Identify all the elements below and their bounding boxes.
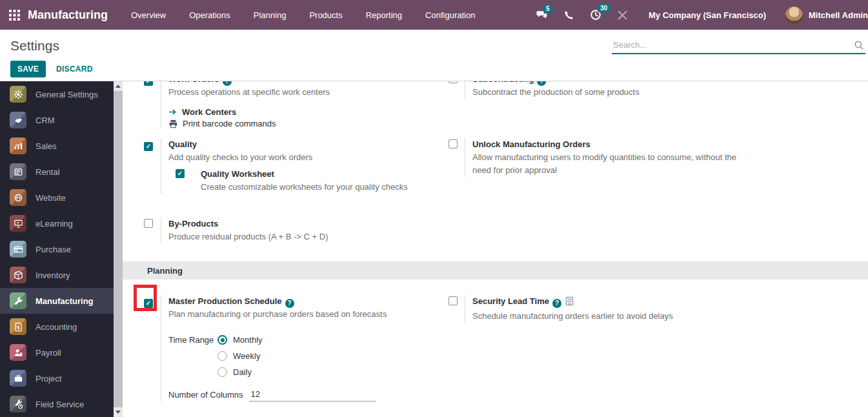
box-icon xyxy=(10,267,26,283)
sidebar-item-label: Rental xyxy=(35,167,60,177)
check-icon: ✓ xyxy=(146,81,151,85)
sidebar-item-label: Website xyxy=(35,193,66,203)
tools-button[interactable] xyxy=(617,10,628,21)
unlock-checkbox[interactable] xyxy=(449,139,458,148)
print-barcode-commands-link[interactable]: Print barcode commands xyxy=(168,119,330,128)
setting-title: Security Lead Time? xyxy=(472,295,673,310)
quality-checkbox[interactable]: ✓ xyxy=(144,142,153,151)
activities-button[interactable]: 30 xyxy=(590,9,601,21)
phone-icon xyxy=(563,10,574,21)
search-icon[interactable] xyxy=(854,40,864,53)
setting-title: Quality xyxy=(168,138,408,151)
settings-content: ✓ Work Orders? Process operations at spe… xyxy=(123,81,868,417)
apps-menu-button[interactable] xyxy=(9,10,20,21)
discard-button[interactable]: DISCARD xyxy=(56,65,93,74)
scrollbar-thumb[interactable] xyxy=(114,91,123,407)
sidebar-item-general-settings[interactable]: General Settings xyxy=(0,81,114,107)
nav-item-reporting[interactable]: Reporting xyxy=(366,10,402,20)
sidebar-item-label: Manufacturing xyxy=(35,296,94,306)
sidebar-item-website[interactable]: Website xyxy=(0,185,114,210)
manufacturing-settings-window: Manufacturing Overview Operations Planni… xyxy=(0,0,868,417)
sidebar-item-label: Payroll xyxy=(35,348,61,358)
messages-button[interactable]: 5 xyxy=(536,10,548,21)
number-of-columns-input[interactable]: 12 xyxy=(249,388,376,402)
check-icon: ✓ xyxy=(146,143,151,150)
search-input[interactable] xyxy=(612,36,865,53)
security-lead-time-checkbox[interactable] xyxy=(449,296,458,305)
help-icon[interactable]: ? xyxy=(285,299,294,308)
sidebar-item-elearning[interactable]: eLearning xyxy=(0,210,114,236)
by-products-checkbox[interactable] xyxy=(144,219,153,228)
sidebar-item-purchase[interactable]: Purchase xyxy=(0,236,114,262)
settings-header: Settings SAVE DISCARD xyxy=(0,30,868,81)
radio-icon[interactable] xyxy=(217,351,227,361)
radio-selected-icon[interactable] xyxy=(217,335,227,345)
app-brand[interactable]: Manufacturing xyxy=(28,8,108,22)
quality-worksheet-checkbox[interactable]: ✓ xyxy=(176,169,185,178)
navbar-systray: 5 30 My Company (San Francisco) Mitchell… xyxy=(536,6,868,24)
nav-item-configuration[interactable]: Configuration xyxy=(425,10,475,20)
messages-count-badge: 5 xyxy=(543,5,553,14)
planning-section-header: Planning xyxy=(123,261,868,280)
search-box xyxy=(612,36,865,54)
user-avatar[interactable] xyxy=(785,6,803,24)
nav-item-operations[interactable]: Operations xyxy=(189,10,230,20)
setting-title: Work Orders? xyxy=(168,81,330,86)
master-production-schedule-checkbox[interactable]: ✓ xyxy=(144,299,153,308)
setting-master-production-schedule: ✓ Master Production Schedule? Plan manuf… xyxy=(123,295,442,402)
help-icon[interactable]: ? xyxy=(537,81,546,86)
user-menu[interactable]: Mitchell Admin xyxy=(785,6,868,24)
radio-icon[interactable] xyxy=(217,367,227,377)
check-icon: ✓ xyxy=(177,170,183,177)
company-building-icon xyxy=(565,298,574,308)
main-menu: Overview Operations Planning Products Re… xyxy=(131,10,475,20)
number-of-columns-group: Number of Columns 12 xyxy=(168,388,387,402)
nav-item-planning[interactable]: Planning xyxy=(254,10,287,20)
sidebar-item-inventory[interactable]: Inventory xyxy=(0,262,114,288)
sidebar-item-label: eLearning xyxy=(35,219,73,229)
time-range-option-weekly[interactable]: Weekly xyxy=(217,348,263,364)
time-range-option-monthly[interactable]: Monthly xyxy=(217,332,263,348)
save-button[interactable]: SAVE xyxy=(10,61,46,77)
setting-work-orders: ✓ Work Orders? Process operations at spe… xyxy=(123,81,442,128)
sidebar-item-rental[interactable]: Rental xyxy=(0,159,114,185)
scroll-up-button[interactable] xyxy=(114,81,123,91)
scroll-down-button[interactable] xyxy=(114,407,123,417)
sidebar-item-accounting[interactable]: $ Accounting xyxy=(0,314,114,340)
sidebar-item-crm[interactable]: CRM xyxy=(0,107,114,133)
user-name: Mitchell Admin xyxy=(809,10,868,20)
sidebar-item-payroll[interactable]: Payroll xyxy=(0,340,114,365)
printer-icon xyxy=(168,119,178,128)
time-range-label: Time Range xyxy=(168,332,217,380)
sidebar-item-label: Sales xyxy=(35,141,57,151)
setting-description: Subcontract the production of some produ… xyxy=(472,86,640,99)
sidebar-item-label: Purchase xyxy=(35,245,71,254)
setting-title: By-Products xyxy=(168,218,328,230)
credit-card-icon xyxy=(10,241,26,258)
help-icon[interactable]: ? xyxy=(552,299,561,308)
phone-button[interactable] xyxy=(563,10,574,21)
sidebar-item-label: Accounting xyxy=(35,322,77,332)
nav-item-overview[interactable]: Overview xyxy=(131,10,166,20)
sidebar-item-field-service[interactable]: Field Service xyxy=(0,391,114,417)
sidebar-item-project[interactable]: Project xyxy=(0,365,114,391)
work-centers-link[interactable]: Work Centers xyxy=(168,107,330,117)
work-orders-checkbox[interactable]: ✓ xyxy=(144,81,153,86)
company-switcher[interactable]: My Company (San Francisco) xyxy=(649,10,766,20)
briefcase-icon xyxy=(10,370,26,387)
setting-subcontracting: Subcontracting? Subcontract the producti… xyxy=(442,81,868,99)
sidebar-item-sales[interactable]: Sales xyxy=(0,133,114,159)
time-range-option-daily[interactable]: Daily xyxy=(217,364,263,380)
nav-item-products[interactable]: Products xyxy=(309,10,342,20)
setting-title: Master Production Schedule? xyxy=(168,295,387,308)
arrow-right-icon xyxy=(168,108,177,116)
handshake-icon xyxy=(10,112,26,128)
setting-quality-worksheet: ✓ Quality Worksheet Create customizable … xyxy=(168,168,408,194)
sidebar-scrollbar[interactable] xyxy=(114,81,123,417)
help-icon[interactable]: ? xyxy=(223,81,232,86)
setting-description: Add quality checks to your work orders xyxy=(168,151,408,164)
sidebar-item-manufacturing[interactable]: Manufacturing xyxy=(0,288,114,314)
subcontracting-checkbox[interactable] xyxy=(449,81,458,83)
tools-icon xyxy=(617,10,628,21)
setting-description: Create customizable worksheets for your … xyxy=(201,181,408,194)
